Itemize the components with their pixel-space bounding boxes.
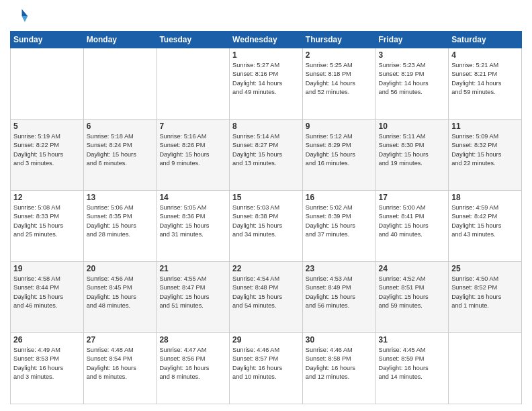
day-number: 22 [232,264,300,273]
calendar-cell: 8Sunrise: 5:14 AM Sunset: 8:27 PM Daylig… [230,120,303,191]
weekday-header-saturday: Saturday [449,32,522,48]
day-number: 28 [159,335,226,345]
calendar-cell: 15Sunrise: 5:03 AM Sunset: 8:38 PM Dayli… [230,191,303,262]
day-number: 5 [13,122,81,131]
calendar-week-3: 12Sunrise: 5:08 AM Sunset: 8:33 PM Dayli… [11,191,522,262]
day-info: Sunrise: 4:56 AM Sunset: 8:45 PM Dayligh… [87,275,154,310]
day-number: 6 [87,122,154,131]
day-number: 21 [159,264,226,273]
day-number: 26 [13,335,81,345]
day-info: Sunrise: 4:48 AM Sunset: 8:54 PM Dayligh… [87,346,154,381]
day-info: Sunrise: 4:46 AM Sunset: 8:58 PM Dayligh… [306,346,373,381]
day-info: Sunrise: 5:06 AM Sunset: 8:35 PM Dayligh… [87,203,154,239]
day-number: 23 [306,264,373,273]
calendar-cell: 9Sunrise: 5:12 AM Sunset: 8:29 PM Daylig… [302,120,375,191]
svg-marker-0 [22,9,28,17]
day-number: 1 [232,50,300,60]
day-info: Sunrise: 4:53 AM Sunset: 8:49 PM Dayligh… [306,275,373,310]
calendar-cell: 20Sunrise: 4:56 AM Sunset: 8:45 PM Dayli… [83,262,157,333]
day-number: 29 [232,335,300,345]
day-info: Sunrise: 4:58 AM Sunset: 8:44 PM Dayligh… [13,275,81,310]
day-info: Sunrise: 4:54 AM Sunset: 8:48 PM Dayligh… [232,275,300,310]
day-info: Sunrise: 5:09 AM Sunset: 8:32 PM Dayligh… [451,132,519,168]
day-number: 8 [232,122,300,131]
day-info: Sunrise: 4:49 AM Sunset: 8:53 PM Dayligh… [13,346,81,381]
calendar-cell: 2Sunrise: 5:25 AM Sunset: 8:18 PM Daylig… [302,48,375,120]
day-number: 4 [451,50,519,60]
day-number: 14 [159,193,226,202]
calendar-cell: 23Sunrise: 4:53 AM Sunset: 8:49 PM Dayli… [302,262,375,333]
calendar-cell [11,48,84,120]
calendar-cell: 11Sunrise: 5:09 AM Sunset: 8:32 PM Dayli… [449,120,522,191]
day-info: Sunrise: 5:03 AM Sunset: 8:38 PM Dayligh… [232,203,300,239]
calendar-cell: 7Sunrise: 5:16 AM Sunset: 8:26 PM Daylig… [157,120,230,191]
calendar-cell: 14Sunrise: 5:05 AM Sunset: 8:36 PM Dayli… [157,191,230,262]
day-info: Sunrise: 5:12 AM Sunset: 8:29 PM Dayligh… [306,132,373,168]
calendar-cell: 28Sunrise: 4:47 AM Sunset: 8:56 PM Dayli… [157,333,230,404]
day-number: 16 [306,193,373,202]
calendar-cell: 19Sunrise: 4:58 AM Sunset: 8:44 PM Dayli… [11,262,84,333]
day-info: Sunrise: 5:14 AM Sunset: 8:27 PM Dayligh… [232,132,300,168]
logo [10,7,32,26]
day-info: Sunrise: 5:05 AM Sunset: 8:36 PM Dayligh… [159,203,226,239]
day-number: 2 [306,50,373,60]
day-number: 7 [159,122,226,131]
calendar-cell [83,48,157,120]
day-number: 30 [306,335,373,345]
calendar-cell: 27Sunrise: 4:48 AM Sunset: 8:54 PM Dayli… [83,333,157,404]
day-info: Sunrise: 5:21 AM Sunset: 8:21 PM Dayligh… [451,61,519,97]
calendar-week-5: 26Sunrise: 4:49 AM Sunset: 8:53 PM Dayli… [11,333,522,404]
calendar-cell: 18Sunrise: 4:59 AM Sunset: 8:42 PM Dayli… [449,191,522,262]
day-info: Sunrise: 4:59 AM Sunset: 8:42 PM Dayligh… [451,203,519,239]
day-info: Sunrise: 4:45 AM Sunset: 8:59 PM Dayligh… [379,346,446,381]
day-info: Sunrise: 4:55 AM Sunset: 8:47 PM Dayligh… [159,275,226,310]
calendar-cell: 3Sunrise: 5:23 AM Sunset: 8:19 PM Daylig… [375,48,449,120]
day-number: 15 [232,193,300,202]
day-number: 19 [13,264,81,273]
calendar-cell: 26Sunrise: 4:49 AM Sunset: 8:53 PM Dayli… [11,333,84,404]
day-number: 18 [451,193,519,202]
calendar-cell: 12Sunrise: 5:08 AM Sunset: 8:33 PM Dayli… [11,191,84,262]
calendar-cell: 25Sunrise: 4:50 AM Sunset: 8:52 PM Dayli… [449,262,522,333]
calendar-cell: 1Sunrise: 5:27 AM Sunset: 8:16 PM Daylig… [230,48,303,120]
day-number: 24 [379,264,446,273]
day-number: 31 [379,335,446,345]
svg-marker-1 [22,16,28,22]
header [10,7,522,26]
calendar-cell: 4Sunrise: 5:21 AM Sunset: 8:21 PM Daylig… [449,48,522,120]
day-info: Sunrise: 4:46 AM Sunset: 8:57 PM Dayligh… [232,346,300,381]
calendar-cell: 13Sunrise: 5:06 AM Sunset: 8:35 PM Dayli… [83,191,157,262]
calendar-cell [449,333,522,404]
calendar-cell: 5Sunrise: 5:19 AM Sunset: 8:22 PM Daylig… [11,120,84,191]
weekday-header-thursday: Thursday [302,32,375,48]
calendar-cell: 21Sunrise: 4:55 AM Sunset: 8:47 PM Dayli… [157,262,230,333]
day-number: 25 [451,264,519,273]
calendar-week-1: 1Sunrise: 5:27 AM Sunset: 8:16 PM Daylig… [11,48,522,120]
day-info: Sunrise: 5:02 AM Sunset: 8:39 PM Dayligh… [306,203,373,239]
logo-icon [10,7,29,26]
day-info: Sunrise: 5:08 AM Sunset: 8:33 PM Dayligh… [13,203,81,239]
day-number: 12 [13,193,81,202]
day-info: Sunrise: 5:19 AM Sunset: 8:22 PM Dayligh… [13,132,81,168]
day-number: 13 [87,193,154,202]
day-number: 11 [451,122,519,131]
calendar-table: SundayMondayTuesdayWednesdayThursdayFrid… [10,31,522,404]
day-number: 17 [379,193,446,202]
weekday-header-wednesday: Wednesday [230,32,303,48]
day-info: Sunrise: 5:00 AM Sunset: 8:41 PM Dayligh… [379,203,446,239]
day-info: Sunrise: 5:25 AM Sunset: 8:18 PM Dayligh… [306,61,373,97]
calendar-cell: 30Sunrise: 4:46 AM Sunset: 8:58 PM Dayli… [302,333,375,404]
weekday-header-sunday: Sunday [11,32,84,48]
calendar-cell: 29Sunrise: 4:46 AM Sunset: 8:57 PM Dayli… [230,333,303,404]
calendar-cell: 10Sunrise: 5:11 AM Sunset: 8:30 PM Dayli… [375,120,449,191]
calendar-cell: 6Sunrise: 5:18 AM Sunset: 8:24 PM Daylig… [83,120,157,191]
calendar-cell [157,48,230,120]
day-number: 20 [87,264,154,273]
calendar-cell: 17Sunrise: 5:00 AM Sunset: 8:41 PM Dayli… [375,191,449,262]
calendar-cell: 31Sunrise: 4:45 AM Sunset: 8:59 PM Dayli… [375,333,449,404]
calendar-cell: 16Sunrise: 5:02 AM Sunset: 8:39 PM Dayli… [302,191,375,262]
day-info: Sunrise: 5:27 AM Sunset: 8:16 PM Dayligh… [232,61,300,97]
page: SundayMondayTuesdayWednesdayThursdayFrid… [0,0,532,411]
weekday-header-row: SundayMondayTuesdayWednesdayThursdayFrid… [11,32,522,48]
weekday-header-tuesday: Tuesday [157,32,230,48]
